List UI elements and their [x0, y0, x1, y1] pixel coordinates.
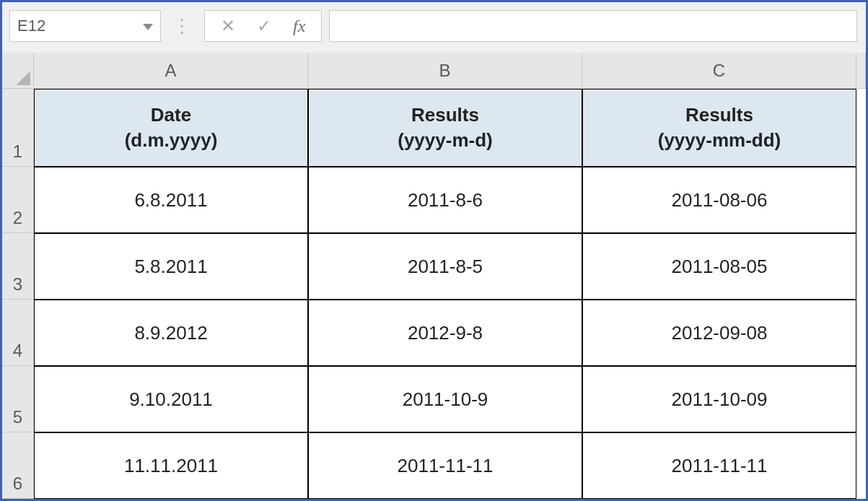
- chevron-down-icon[interactable]: [143, 17, 153, 35]
- formula-input[interactable]: [329, 10, 857, 42]
- column-header-label: C: [713, 61, 725, 81]
- cell-text: 2012-9-8: [408, 322, 483, 344]
- row-header-1[interactable]: 1: [2, 89, 34, 167]
- cell-a6[interactable]: 11.11.2011: [34, 432, 308, 499]
- cell-text: 8.9.2012: [134, 322, 207, 344]
- cell-b5[interactable]: 2011-10-9: [308, 366, 582, 432]
- row-header-label: 5: [13, 407, 22, 427]
- row-header-label: 4: [13, 341, 22, 361]
- formula-buttons: ✕ ✓ fx: [204, 10, 322, 42]
- insert-function-button[interactable]: fx: [293, 17, 305, 36]
- column-header-c[interactable]: C: [582, 53, 856, 89]
- spreadsheet-grid: A B C 1 Date (d.m.yyyy) Results (yyyy-m-…: [2, 53, 866, 499]
- row-header-label: 2: [13, 208, 22, 228]
- cell-c1[interactable]: Results (yyyy-mm-dd): [582, 89, 856, 167]
- row-header-4[interactable]: 4: [2, 300, 34, 366]
- cell-text: (yyyy-mm-dd): [658, 128, 781, 153]
- row-header-label: 6: [13, 474, 22, 494]
- cell-text: 2011-08-05: [672, 256, 768, 278]
- divider-icon: ⋮: [172, 10, 193, 42]
- cell-text: Results: [411, 103, 479, 128]
- column-header-label: B: [439, 61, 450, 81]
- cell-c5[interactable]: 2011-10-09: [582, 366, 856, 432]
- cell-a3[interactable]: 5.8.2011: [34, 233, 308, 300]
- cell-blank: [856, 167, 866, 233]
- cell-a2[interactable]: 6.8.2011: [34, 167, 308, 233]
- cell-blank: [856, 233, 866, 300]
- column-header-label: A: [165, 61, 176, 81]
- cell-blank: [856, 432, 866, 499]
- row-header-5[interactable]: 5: [2, 366, 34, 432]
- cell-text: 6.8.2011: [134, 189, 207, 212]
- cell-a4[interactable]: 8.9.2012: [34, 300, 308, 366]
- cell-text: (yyyy-m-d): [398, 128, 492, 153]
- cell-text: Results: [685, 103, 753, 128]
- cell-blank: [856, 89, 866, 167]
- row-header-2[interactable]: 2: [2, 167, 34, 233]
- cell-text: 2011-11-11: [672, 455, 768, 477]
- column-header-blank: [856, 53, 866, 89]
- name-box-value: E12: [17, 17, 45, 35]
- cell-c3[interactable]: 2011-08-05: [582, 233, 856, 300]
- formula-bar: E12 ⋮ ✕ ✓ fx: [2, 2, 866, 53]
- cell-b3[interactable]: 2011-8-5: [308, 233, 582, 300]
- svg-marker-1: [16, 71, 30, 85]
- cell-c4[interactable]: 2012-09-08: [582, 300, 856, 366]
- name-box[interactable]: E12: [9, 10, 161, 42]
- row-header-label: 3: [13, 274, 22, 295]
- cell-text: 2011-11-11: [398, 455, 494, 477]
- cell-text: 2011-10-9: [403, 388, 488, 411]
- cell-a5[interactable]: 9.10.2011: [34, 366, 308, 432]
- cell-b1[interactable]: Results (yyyy-m-d): [308, 89, 582, 167]
- cell-b2[interactable]: 2011-8-6: [308, 167, 582, 233]
- row-header-label: 1: [13, 141, 22, 162]
- cell-text: 9.10.2011: [129, 388, 213, 411]
- cell-c2[interactable]: 2011-08-06: [582, 167, 856, 233]
- cell-blank: [856, 366, 866, 432]
- cell-text: 11.11.2011: [124, 455, 218, 477]
- column-header-b[interactable]: B: [308, 53, 582, 89]
- cell-text: 5.8.2011: [134, 256, 207, 278]
- cell-text: (d.m.yyyy): [125, 128, 218, 153]
- enter-icon[interactable]: ✓: [257, 16, 271, 36]
- column-header-a[interactable]: A: [34, 53, 308, 89]
- cell-b4[interactable]: 2012-9-8: [308, 300, 582, 366]
- cell-b6[interactable]: 2011-11-11: [308, 432, 582, 499]
- svg-marker-0: [143, 24, 153, 30]
- cell-text: 2011-08-06: [672, 189, 768, 212]
- row-header-6[interactable]: 6: [2, 432, 34, 499]
- cancel-icon[interactable]: ✕: [221, 16, 235, 36]
- cell-blank: [856, 300, 866, 366]
- cell-text: 2011-8-6: [408, 189, 483, 212]
- select-all-corner[interactable]: [2, 53, 34, 89]
- cell-text: 2011-10-09: [672, 388, 768, 411]
- cell-text: 2012-09-08: [672, 322, 768, 344]
- cell-a1[interactable]: Date (d.m.yyyy): [34, 89, 308, 167]
- cell-text: Date: [151, 103, 191, 128]
- cell-c6[interactable]: 2011-11-11: [582, 432, 856, 499]
- row-header-3[interactable]: 3: [2, 233, 34, 300]
- cell-text: 2011-8-5: [408, 256, 483, 278]
